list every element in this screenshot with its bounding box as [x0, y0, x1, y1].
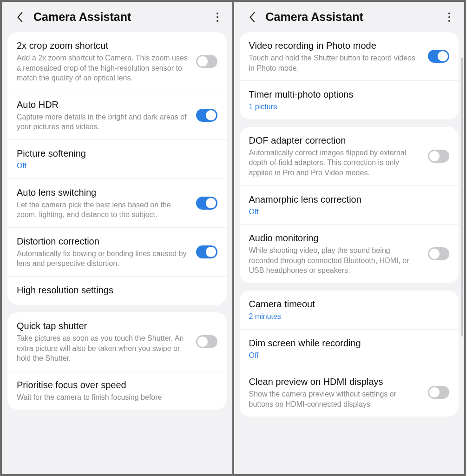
settings-group: Video recording in Photo modeTouch and h…: [240, 32, 459, 119]
setting-clean-preview[interactable]: Clean preview on HDMI displaysShow the c…: [240, 368, 459, 416]
settings-group: 2x crop zoom shortcutAdd a 2x zoom short…: [7, 32, 227, 305]
settings-group: DOF adapter correctionAutomatically corr…: [240, 127, 459, 283]
toggle-dof-adapter[interactable]: [428, 150, 449, 163]
setting-high-res[interactable]: High resolution settings: [7, 276, 227, 305]
setting-crop-zoom[interactable]: 2x crop zoom shortcutAdd a 2x zoom short…: [7, 32, 227, 91]
setting-body: 2x crop zoom shortcutAdd a 2x zoom short…: [17, 40, 190, 83]
setting-description: Automatically fix bowing or bending line…: [17, 249, 190, 269]
page-title: Camera Assistant: [33, 10, 203, 24]
setting-body: Audio monitoringWhile shooting video, pl…: [249, 232, 422, 276]
setting-prioritise-focus[interactable]: Prioritise focus over speedWait for the …: [7, 371, 227, 410]
more-icon[interactable]: [212, 12, 223, 23]
setting-body: Picture softeningOff: [17, 147, 217, 171]
setting-distortion[interactable]: Distortion correctionAutomatically fix b…: [7, 227, 227, 276]
screen-right: Camera Assistant Video recording in Phot…: [234, 2, 465, 474]
setting-description: Capture more details in the bright and d…: [17, 112, 190, 132]
setting-title: Anamorphic lens correction: [249, 193, 450, 205]
settings-group: Quick tap shutterTake pictures as soon a…: [7, 312, 227, 410]
toggle-knob: [206, 247, 216, 257]
toggle-knob: [438, 51, 448, 61]
setting-title: Dim screen while recording: [249, 337, 450, 349]
setting-body: Video recording in Photo modeTouch and h…: [249, 40, 422, 73]
setting-title: Distortion correction: [17, 235, 190, 247]
toggle-auto-hdr[interactable]: [196, 109, 217, 122]
toggle-clean-preview[interactable]: [428, 386, 449, 399]
setting-body: Auto lens switchingLet the camera pick t…: [17, 186, 190, 220]
setting-title: Camera timeout: [249, 298, 450, 310]
setting-description: Let the camera pick the best lens based …: [17, 200, 190, 220]
setting-dim-screen[interactable]: Dim screen while recordingOff: [240, 329, 459, 368]
setting-body: Prioritise focus over speedWait for the …: [17, 379, 217, 403]
setting-timer-multi[interactable]: Timer multi-photo options1 picture: [240, 80, 459, 119]
toggle-knob: [197, 337, 208, 347]
setting-video-photo[interactable]: Video recording in Photo modeTouch and h…: [240, 32, 459, 80]
setting-title: Prioritise focus over speed: [17, 379, 217, 391]
toggle-knob: [206, 110, 216, 120]
toggle-distortion[interactable]: [196, 245, 217, 258]
setting-description: Touch and hold the Shutter button to rec…: [249, 53, 422, 73]
setting-description: Add a 2x zoom shortcut to Camera. This z…: [17, 53, 190, 83]
screen-left: Camera Assistant 2x crop zoom shortcutAd…: [2, 2, 232, 474]
setting-body: Camera timeout2 minutes: [249, 298, 450, 322]
setting-title: High resolution settings: [17, 284, 217, 296]
toggle-knob: [197, 56, 208, 66]
setting-description: Take pictures as soon as you touch the S…: [17, 333, 190, 364]
more-icon[interactable]: [444, 12, 455, 23]
scrollbar[interactable]: [461, 58, 463, 337]
setting-title: Audio monitoring: [249, 232, 422, 244]
setting-title: Picture softening: [17, 147, 217, 159]
setting-description: While shooting video, play the sound bei…: [249, 245, 422, 276]
setting-dof-adapter[interactable]: DOF adapter correctionAutomatically corr…: [240, 127, 459, 185]
setting-title: 2x crop zoom shortcut: [17, 40, 190, 52]
setting-title: Timer multi-photo options: [249, 88, 450, 100]
setting-description: Wait for the camera to finish focusing b…: [17, 392, 217, 403]
setting-body: Quick tap shutterTake pictures as soon a…: [17, 320, 190, 364]
setting-title: Video recording in Photo mode: [249, 40, 422, 52]
setting-value: 2 minutes: [249, 311, 450, 322]
back-icon[interactable]: [15, 12, 25, 22]
setting-value: 1 picture: [249, 102, 450, 112]
setting-title: Quick tap shutter: [17, 320, 190, 332]
setting-title: Auto HDR: [17, 99, 190, 111]
setting-body: Distortion correctionAutomatically fix b…: [17, 235, 190, 269]
settings-group: Camera timeout2 minutesDim screen while …: [240, 291, 459, 416]
toggle-quick-tap[interactable]: [196, 335, 217, 348]
setting-body: Clean preview on HDMI displaysShow the c…: [249, 376, 422, 409]
setting-body: Auto HDRCapture more details in the brig…: [17, 99, 190, 132]
page-title: Camera Assistant: [266, 10, 436, 24]
setting-picture-soft[interactable]: Picture softeningOff: [7, 139, 227, 178]
setting-title: DOF adapter correction: [249, 134, 422, 146]
setting-anamorphic[interactable]: Anamorphic lens correctionOff: [240, 185, 459, 225]
setting-auto-lens[interactable]: Auto lens switchingLet the camera pick t…: [7, 178, 227, 227]
toggle-knob: [429, 387, 440, 397]
setting-body: Timer multi-photo options1 picture: [249, 88, 450, 112]
settings-list-right: Video recording in Photo modeTouch and h…: [234, 32, 465, 474]
setting-body: Anamorphic lens correctionOff: [249, 193, 450, 217]
settings-list-left: 2x crop zoom shortcutAdd a 2x zoom short…: [2, 32, 232, 474]
setting-description: Show the camera preview without settings…: [249, 389, 422, 409]
toggle-crop-zoom[interactable]: [196, 55, 217, 68]
back-icon[interactable]: [247, 12, 257, 22]
toggle-knob: [429, 151, 440, 161]
setting-value: Off: [17, 161, 217, 171]
setting-cam-timeout[interactable]: Camera timeout2 minutes: [240, 291, 459, 329]
toggle-auto-lens[interactable]: [196, 197, 217, 210]
setting-value: Off: [249, 207, 450, 217]
setting-title: Auto lens switching: [17, 186, 190, 198]
setting-body: DOF adapter correctionAutomatically corr…: [249, 134, 422, 178]
setting-auto-hdr[interactable]: Auto HDRCapture more details in the brig…: [7, 91, 227, 139]
setting-value: Off: [249, 350, 450, 361]
setting-description: Automatically correct images flipped by …: [249, 148, 422, 178]
header: Camera Assistant: [2, 2, 232, 32]
toggle-knob: [206, 198, 216, 208]
setting-body: High resolution settings: [17, 284, 217, 298]
setting-body: Dim screen while recordingOff: [249, 337, 450, 361]
toggle-audio-mon[interactable]: [428, 247, 449, 260]
setting-quick-tap[interactable]: Quick tap shutterTake pictures as soon a…: [7, 312, 227, 371]
header: Camera Assistant: [234, 2, 465, 32]
setting-title: Clean preview on HDMI displays: [249, 376, 422, 388]
setting-audio-mon[interactable]: Audio monitoringWhile shooting video, pl…: [240, 224, 459, 283]
toggle-video-photo[interactable]: [428, 50, 449, 63]
toggle-knob: [429, 249, 440, 259]
